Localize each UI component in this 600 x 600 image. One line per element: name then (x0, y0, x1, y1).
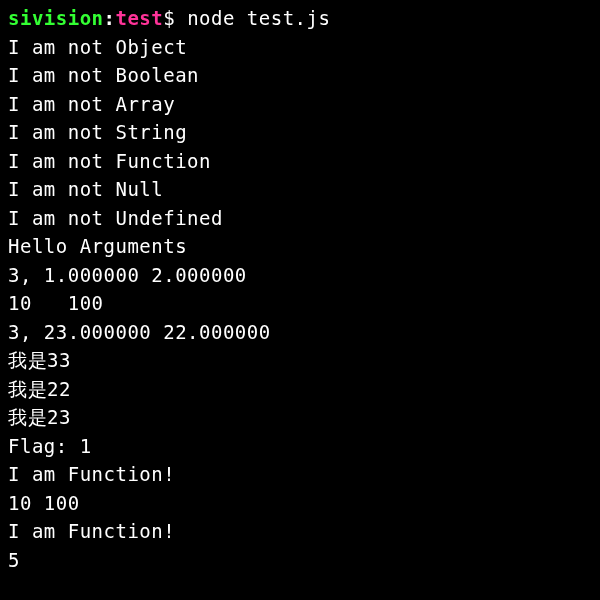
output-line: 我是22 (8, 375, 592, 404)
output-line: I am Function! (8, 517, 592, 546)
prompt-dollar: $ (163, 7, 187, 29)
command-text: node test.js (187, 7, 330, 29)
output-line: I am not Object (8, 33, 592, 62)
output-line: 我是23 (8, 403, 592, 432)
prompt-directory: test (115, 7, 163, 29)
output-line: I am Function! (8, 460, 592, 489)
output-line: 3, 1.000000 2.000000 (8, 261, 592, 290)
output-line: 3, 23.000000 22.000000 (8, 318, 592, 347)
output-line: 5 (8, 546, 592, 575)
prompt-colon: : (104, 7, 116, 29)
output-line: I am not Undefined (8, 204, 592, 233)
output-line: I am not String (8, 118, 592, 147)
output-line: 10 100 (8, 289, 592, 318)
output-line: I am not Array (8, 90, 592, 119)
terminal-output: I am not ObjectI am not BooleanI am not … (8, 33, 592, 575)
output-line: Flag: 1 (8, 432, 592, 461)
output-line: 我是33 (8, 346, 592, 375)
prompt-user: sivision (8, 7, 104, 29)
output-line: I am not Function (8, 147, 592, 176)
output-line: 10 100 (8, 489, 592, 518)
output-line: Hello Arguments (8, 232, 592, 261)
terminal-prompt-line[interactable]: sivision:test$ node test.js (8, 4, 592, 33)
output-line: I am not Boolean (8, 61, 592, 90)
output-line: I am not Null (8, 175, 592, 204)
